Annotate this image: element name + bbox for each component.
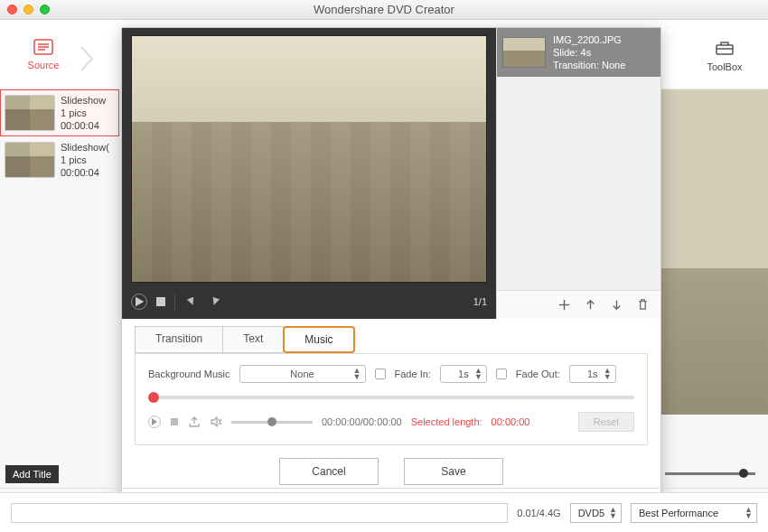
mute-icon[interactable] (210, 415, 222, 428)
fadeout-checkbox[interactable] (496, 369, 507, 379)
frame-counter: 1/1 (473, 296, 487, 307)
selected-length-value: 00:00:00 (492, 416, 530, 427)
clip-filename: IMG_2200.JPG (553, 33, 625, 46)
slideshow-pics: 1 pics (61, 154, 109, 166)
separator (174, 294, 175, 310)
updown-icon: ▲▼ (474, 368, 482, 380)
slideshow-meta: Slideshow 1 pics 00:00:04 (61, 94, 106, 132)
quality-select[interactable]: Best Performance ▲▼ (631, 503, 757, 523)
updown-icon: ▲▼ (604, 368, 612, 380)
add-title-button[interactable]: Add Title (5, 465, 59, 483)
slideshow-editor-dialog: 1/1 IMG_2200.JPG Slide: 4s Transition: N… (121, 27, 661, 503)
music-stop-button[interactable] (170, 417, 179, 426)
music-panel: Background Music None ▲▼ Fade In: 1s ▲▼ … (135, 353, 648, 445)
source-tab[interactable]: Source (16, 29, 70, 79)
play-button[interactable] (131, 294, 147, 310)
move-down-icon[interactable] (610, 298, 623, 312)
clip-panel: IMG_2200.JPG Slide: 4s Transition: None (496, 28, 660, 319)
clip-thumb (502, 37, 546, 68)
disc-label-field[interactable] (11, 503, 508, 523)
clip-tools (497, 290, 660, 319)
slideshow-name: Slideshow (61, 94, 106, 107)
add-icon[interactable] (557, 298, 571, 312)
updown-icon: ▲▼ (745, 507, 753, 519)
stop-button[interactable] (156, 297, 165, 306)
window-title: Wondershare DVD Creator (0, 3, 768, 16)
tab-text[interactable]: Text (222, 326, 284, 353)
tab-transition[interactable]: Transition (135, 326, 223, 353)
move-up-icon[interactable] (584, 298, 597, 312)
fadeout-label: Fade Out: (516, 369, 560, 379)
slideshow-meta: Slideshow( 1 pics 00:00:04 (61, 141, 109, 179)
slideshow-time: 00:00:04 (61, 119, 106, 132)
divider (0, 488, 768, 489)
slider-handle[interactable] (148, 392, 159, 403)
preview-area: 1/1 (122, 28, 496, 319)
clip-transition: Transition: None (553, 59, 625, 71)
slideshow-pics: 1 pics (61, 107, 106, 119)
fadein-value: 1s (458, 369, 469, 379)
music-trim-slider[interactable] (148, 396, 634, 399)
rotate-right-icon[interactable] (208, 294, 222, 309)
updown-icon: ▲▼ (609, 507, 617, 519)
slideshow-thumb (5, 95, 55, 131)
clip-list-empty (497, 77, 660, 290)
volume-slider[interactable] (231, 421, 313, 424)
quality-value: Best Performance (639, 508, 718, 518)
slideshow-time: 00:00:04 (61, 166, 109, 179)
tab-music[interactable]: Music (283, 326, 354, 353)
toolbox-tab[interactable]: ToolBox (698, 29, 752, 79)
zoom-slider[interactable] (665, 472, 755, 475)
clip-meta: IMG_2200.JPG Slide: 4s Transition: None (553, 33, 625, 71)
play-icon (151, 418, 158, 425)
disc-type-value: DVD5 (578, 508, 604, 518)
save-button[interactable]: Save (404, 458, 503, 485)
disc-type-select[interactable]: DVD5 ▲▼ (570, 503, 622, 523)
fadeout-value: 1s (587, 369, 598, 379)
toolbox-label: ToolBox (707, 61, 742, 72)
export-icon[interactable] (188, 415, 201, 428)
selected-length-label: Selected length: (411, 416, 482, 427)
bg-music-select[interactable]: None ▲▼ (239, 365, 366, 383)
titlebar: Wondershare DVD Creator (0, 0, 768, 20)
rotate-left-icon[interactable] (184, 294, 199, 309)
fadein-checkbox[interactable] (375, 369, 386, 379)
fadeout-select[interactable]: 1s ▲▼ (569, 365, 616, 383)
preview-image (131, 35, 487, 283)
svg-rect-8 (171, 418, 178, 425)
reset-button[interactable]: Reset (578, 412, 634, 432)
updown-icon: ▲▼ (353, 368, 361, 380)
slideshow-item[interactable]: Slideshow 1 pics 00:00:04 (0, 89, 119, 136)
preview-controls: 1/1 (122, 285, 496, 319)
play-icon (132, 294, 146, 309)
music-play-button[interactable] (148, 415, 161, 428)
source-label: Source (28, 60, 60, 70)
toolbox-icon (714, 36, 735, 58)
slideshow-item[interactable]: Slideshow( 1 pics 00:00:04 (0, 136, 119, 183)
delete-icon[interactable] (636, 298, 650, 312)
bg-music-label: Background Music (148, 369, 230, 379)
slideshow-thumb (5, 142, 55, 178)
slideshow-sidebar: Slideshow 1 pics 00:00:04 Slideshow( 1 p… (0, 89, 119, 183)
size-status: 0.01/4.4G (517, 508, 560, 518)
slideshow-name: Slideshow( (61, 141, 109, 154)
fadein-label: Fade In: (395, 369, 431, 379)
clip-item[interactable]: IMG_2200.JPG Slide: 4s Transition: None (497, 28, 660, 77)
dialog-buttons: Cancel Save (122, 445, 660, 499)
svg-rect-4 (716, 45, 733, 54)
step-chevron-icon (80, 45, 96, 72)
bottom-bar: 0.01/4.4G DVD5 ▲▼ Best Performance ▲▼ (0, 492, 768, 532)
music-timecode: 00:00:00/00:00:00 (322, 416, 402, 427)
bg-music-value: None (290, 369, 314, 379)
fadein-select[interactable]: 1s ▲▼ (440, 365, 487, 383)
background-preview (660, 89, 768, 415)
source-icon (33, 38, 54, 56)
cancel-button[interactable]: Cancel (279, 458, 379, 485)
editor-tabs: Transition Text Music (135, 326, 648, 353)
clip-slide-duration: Slide: 4s (553, 46, 625, 59)
